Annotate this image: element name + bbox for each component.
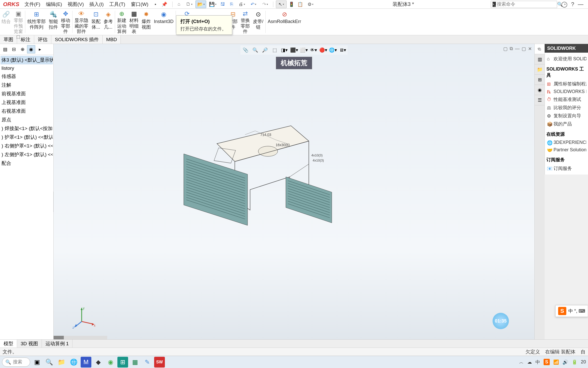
select-button[interactable]: ↖▾ (276, 1, 287, 8)
user-icon[interactable]: ◯ (561, 1, 568, 8)
viewport-3d[interactable]: 📎 🔍 🔎 ⬚ ◨▾ ⬛▾ ⬜▾ 👁▾ 🔴▾ 🌐▾ 🖥▾ ▢ ⧉ — ▢ ✕ 机… (54, 44, 534, 339)
ft-more[interactable]: ▸ (36, 45, 44, 53)
rb-instant3d[interactable]: ◉Instant3D (152, 9, 175, 35)
ft-root[interactable]: 体3 (默认) <默认_显示状态 (1, 56, 53, 64)
rb-pattern[interactable]: ⊞线性零部 件阵列 (26, 9, 47, 35)
hud-attach-icon[interactable]: 📎 (241, 47, 250, 54)
tray-battery-icon[interactable]: 🔋 (572, 359, 577, 365)
print-button[interactable]: 🖨▾ (236, 1, 247, 8)
hud-section-icon[interactable]: ◨▾ (280, 47, 288, 54)
rb-belt[interactable]: ⊙皮带/ 链 (251, 9, 265, 35)
pin-icon[interactable]: 📌 (162, 2, 167, 7)
tb-app3[interactable]: ◉ (105, 357, 116, 367)
rb-refgeo[interactable]: ◈参考 几... (102, 9, 114, 35)
rb-rollback[interactable]: ⊘AsmRollBackErr (266, 9, 303, 35)
ft-part2[interactable]: ) 护罩<1> (默认) <<默认 (1, 133, 53, 142)
tp-welcome[interactable]: ⌂欢迎使用 SOLID (546, 55, 586, 63)
home-button[interactable]: ⌂ (175, 1, 183, 8)
ft-part4[interactable]: ) 左侧护罩<1> (默认) << (1, 150, 53, 159)
command-search[interactable]: >_ 🔍 ▾ (491, 1, 557, 8)
tb-excel[interactable]: ▦ (130, 357, 140, 367)
ft-mates[interactable]: 配合 (1, 159, 53, 168)
menu-file[interactable]: 文件(F) (22, 0, 43, 9)
tray-sogou-icon[interactable]: S (544, 359, 550, 365)
tp-rx[interactable]: ℞SOLIDWORKS Rx (546, 88, 586, 95)
tb-app5[interactable]: ✎ (142, 357, 153, 367)
menu-window[interactable]: 窗口(W) (128, 0, 151, 9)
redo-button[interactable]: ↷▾ (260, 1, 271, 8)
ft-part3[interactable]: ) 右侧护罩<1> (默认) << (1, 142, 53, 150)
options2-button[interactable]: 📋 (296, 1, 304, 8)
open-button[interactable]: 📂▾ (195, 1, 206, 8)
vp-window2-icon[interactable]: ⧉ (510, 46, 513, 52)
new-button[interactable]: 🗋▾ (184, 1, 194, 8)
ime-float[interactable]: S 中 °, ⌨ (555, 305, 588, 317)
hud-zoomarea-icon[interactable]: 🔎 (261, 47, 269, 54)
ft-tab4[interactable]: ◉ (27, 45, 35, 53)
tp-partner[interactable]: 🤝Partner Solutions (546, 146, 586, 154)
menu-star[interactable]: ⋆ (151, 0, 160, 8)
tp-prop-tag[interactable]: ⊞属性标签编制程序 (546, 80, 586, 88)
search-input[interactable] (497, 2, 556, 7)
rb-preview[interactable]: ▣零部 件预 览窗 口 (12, 9, 24, 35)
tb-app4[interactable]: ⊞ (117, 357, 128, 367)
tp-copysettings[interactable]: ⚙复制设置向导 (546, 112, 586, 120)
tb-search2[interactable]: 🔍 (44, 357, 55, 367)
tab-evaluate[interactable]: 评估 (34, 35, 51, 44)
vp-maximize-icon[interactable]: ▢ (522, 46, 526, 52)
vp-close-icon[interactable]: ✕ (528, 46, 532, 52)
copy-button[interactable]: ⎘ (228, 1, 235, 8)
ft-tab2[interactable]: ⊟ (10, 45, 18, 53)
btab-3dview[interactable]: 3D 视图 (17, 340, 42, 348)
feature-tree[interactable]: 体3 (默认) <默认_显示状态 listory 传感器 注解 前视基准面 上视… (0, 55, 53, 169)
tray-cloud-icon[interactable]: ☁ (527, 359, 532, 365)
rb-replace[interactable]: ⇄替换 零部 件 (239, 9, 251, 35)
tp-subscribe[interactable]: 📧订阅服务 (546, 164, 586, 172)
tab-mbd[interactable]: MBD (103, 35, 121, 44)
rb-showhide[interactable]: 👁显示隐 藏的零 部件 (73, 9, 90, 35)
tp-myproducts[interactable]: 📦我的产品 (546, 120, 586, 128)
hud-appearance-icon[interactable]: 🔴▾ (319, 47, 327, 54)
tp-tab-prop[interactable]: ☰ (535, 95, 545, 105)
tray-up-icon[interactable]: ︿ (519, 359, 524, 365)
hud-prev-icon[interactable]: ⬚ (271, 47, 279, 54)
rb-smartfastener[interactable]: 🔩智能 扣件 (47, 9, 59, 35)
taskbar-search[interactable]: 🔍 (2, 358, 30, 367)
save-button[interactable]: 💾▾ (207, 1, 218, 8)
vp-minimize-icon[interactable]: — (515, 46, 520, 52)
tp-tab-appear[interactable]: ◉ (535, 85, 545, 95)
menu-view[interactable]: 视图(V) (65, 0, 86, 9)
tray-ime-icon[interactable]: 中 (535, 359, 540, 365)
hud-render-icon[interactable]: 🖥▾ (338, 47, 347, 54)
menu-tools[interactable]: 工具(T) (107, 0, 128, 9)
tp-collapse-icon[interactable]: « (537, 46, 540, 51)
undo-button[interactable]: ↶▾ (248, 1, 259, 8)
ft-part1[interactable]: ) 焊接架<1> (默认<按加 (1, 124, 53, 133)
hud-hide-icon[interactable]: 👁▾ (309, 47, 317, 54)
rb-mate[interactable]: 🔗结合 (0, 9, 12, 35)
ft-sensors[interactable]: 传感器 (1, 72, 53, 81)
ft-tab3[interactable]: ⊕ (18, 45, 27, 53)
tray-clock[interactable]: 20 (581, 359, 586, 365)
ft-history[interactable]: listory (1, 64, 53, 72)
menu-edit[interactable]: 编辑(E) (43, 0, 65, 9)
h-scrollbar[interactable] (54, 336, 64, 339)
rb-explode[interactable]: ✸爆炸 视图 (140, 9, 152, 35)
vp-window1-icon[interactable]: ▢ (503, 46, 508, 52)
tp-tab-view[interactable]: ⊞ (535, 75, 545, 85)
rebuild-button[interactable]: 🚦 (288, 1, 295, 8)
tp-3dexp[interactable]: 🌐3DEXPERIENCE M (546, 139, 586, 146)
tp-tab-file[interactable]: 📁 (535, 64, 545, 75)
ft-tab1[interactable]: ▤ (1, 45, 9, 53)
tp-tab-lib[interactable]: ▥ (535, 54, 545, 64)
rb-bom[interactable]: ▦材料 明细 表 (128, 9, 140, 35)
tb-app2[interactable]: ◆ (93, 357, 104, 367)
settings-button[interactable]: ⚙▾ (305, 1, 316, 8)
ft-right[interactable]: 右视基准面 (1, 107, 53, 116)
btab-model[interactable]: 模型 (0, 340, 17, 348)
menu-insert[interactable]: 插入(I) (87, 0, 106, 9)
ft-origin[interactable]: 原点 (1, 116, 53, 124)
tb-solidworks[interactable]: SW (154, 357, 165, 367)
view-triad[interactable]: y x z (71, 304, 97, 329)
tb-app1[interactable]: M (81, 357, 91, 367)
